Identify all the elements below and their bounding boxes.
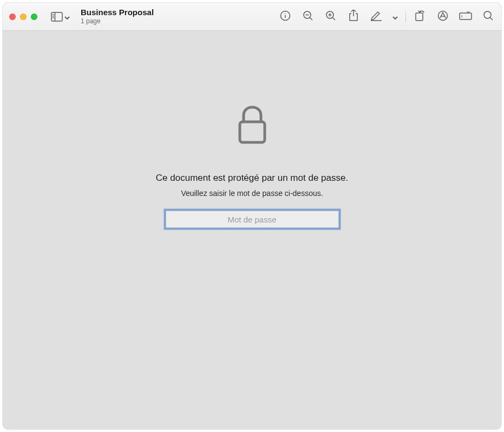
svg-line-9	[310, 17, 313, 20]
markup-icon	[437, 10, 448, 23]
share-button[interactable]	[347, 10, 360, 23]
document-subtitle: 1 page	[81, 17, 154, 25]
share-icon	[349, 10, 358, 24]
svg-rect-0	[51, 12, 62, 21]
rotate-icon	[415, 10, 426, 24]
minimize-button[interactable]	[20, 14, 27, 20]
svg-point-22	[484, 11, 491, 18]
highlight-menu-button[interactable]	[392, 12, 398, 22]
maximize-button[interactable]	[31, 14, 37, 20]
lock-icon	[237, 106, 267, 147]
rotate-button[interactable]	[414, 10, 427, 23]
inspector-button[interactable]	[279, 10, 292, 23]
highlight-icon	[370, 10, 382, 23]
zoom-out-button[interactable]	[302, 10, 315, 23]
zoom-in-icon	[325, 10, 336, 23]
form-fill-button[interactable]	[459, 10, 472, 23]
sidebar-toggle-button[interactable]	[48, 8, 72, 25]
search-button[interactable]	[482, 10, 495, 23]
close-button[interactable]	[9, 14, 16, 20]
chevron-down-icon	[392, 12, 398, 21]
markup-button[interactable]	[436, 10, 449, 23]
highlight-button[interactable]	[370, 10, 383, 23]
form-icon	[459, 11, 472, 22]
search-icon	[483, 10, 494, 23]
document-title: Business Proposal	[81, 8, 154, 17]
password-input[interactable]	[166, 211, 339, 228]
title-block: Business Proposal 1 page	[81, 8, 154, 25]
info-icon	[280, 10, 291, 23]
svg-rect-17	[416, 13, 423, 21]
svg-point-7	[285, 13, 286, 14]
svg-rect-20	[460, 13, 472, 19]
titlebar: Business Proposal 1 page	[3, 3, 501, 31]
password-heading: Ce document est protégé par un mot de pa…	[156, 173, 348, 184]
svg-rect-24	[240, 122, 265, 142]
svg-line-12	[333, 17, 336, 20]
chevron-down-icon	[64, 12, 70, 22]
zoom-out-icon	[303, 10, 313, 23]
password-subtext: Veuillez saisir le mot de passe ci-desso…	[181, 189, 323, 198]
window-controls	[9, 14, 37, 20]
zoom-in-button[interactable]	[324, 10, 337, 23]
sidebar-icon	[50, 10, 63, 23]
toolbar	[279, 10, 495, 23]
svg-line-23	[490, 17, 493, 20]
app-window: Business Proposal 1 page	[3, 3, 501, 429]
content-area: Ce document est protégé par un mot de pa…	[3, 31, 501, 429]
toolbar-divider	[405, 11, 406, 22]
